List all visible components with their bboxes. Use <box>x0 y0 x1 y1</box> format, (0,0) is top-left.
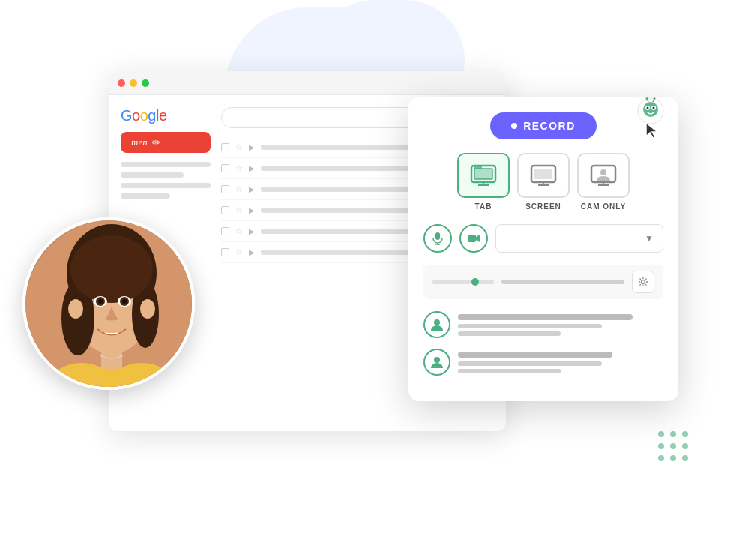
checkbox-1[interactable] <box>221 143 229 151</box>
dot-5 <box>670 443 676 449</box>
extension-popup: RECORD TAB <box>408 97 678 401</box>
user-info-1 <box>458 311 663 336</box>
mode-cam-only[interactable]: CAM ONLY <box>577 153 630 211</box>
tab-mode-label: TAB <box>475 202 492 211</box>
arrow-icon-1: ▶ <box>249 143 255 151</box>
mode-cam-icon-box <box>577 153 630 198</box>
checkbox-2[interactable] <box>221 164 229 172</box>
record-dot <box>511 123 517 129</box>
dot-1 <box>658 431 664 437</box>
cursor-svg <box>645 121 660 139</box>
browser-close-dot <box>118 79 125 87</box>
user-person-icon-2 <box>429 355 444 370</box>
svg-rect-14 <box>435 232 440 240</box>
svg-point-31 <box>98 299 103 304</box>
svg-point-40 <box>643 102 658 117</box>
browser-minimize-dot <box>130 79 137 87</box>
settings-gear-icon <box>638 277 648 287</box>
svg-rect-9 <box>534 169 552 179</box>
svg-point-27 <box>68 299 83 319</box>
svg-point-46 <box>646 97 648 100</box>
svg-point-28 <box>140 299 155 319</box>
star-icon-5: ☆ <box>235 226 243 236</box>
user-avatar-1 <box>423 311 450 338</box>
dot-7 <box>658 455 664 461</box>
svg-point-26 <box>70 235 153 303</box>
settings-button[interactable] <box>632 271 654 293</box>
mascot-svg <box>637 97 664 124</box>
tab-selector-row <box>423 265 663 299</box>
compose-button[interactable]: men ✏ <box>121 132 211 153</box>
checkbox-4[interactable] <box>221 206 229 214</box>
tab-progress-indicator <box>432 280 494 284</box>
checkbox-5[interactable] <box>221 227 229 235</box>
recording-mode-options: TAB SCREEN <box>423 153 663 211</box>
audio-controls-row: ▼ <box>423 224 663 253</box>
tab-monitor-icon <box>470 164 497 187</box>
dropdown-arrow-icon: ▼ <box>645 233 654 244</box>
arrow-icon-4: ▶ <box>249 206 255 214</box>
user-detail-bar-2a <box>458 361 602 366</box>
tab-bar <box>501 280 624 284</box>
user-row-2 <box>423 349 663 376</box>
user-person-icon-1 <box>429 317 444 332</box>
svg-point-43 <box>647 107 649 109</box>
arrow-icon-3: ▶ <box>249 185 255 193</box>
star-icon-4: ☆ <box>235 205 243 215</box>
user-avatar-2 <box>423 349 450 376</box>
cam-monitor-icon <box>590 164 617 187</box>
dot-8 <box>670 455 676 461</box>
svg-point-19 <box>434 319 440 325</box>
sidebar-line-4 <box>121 193 170 199</box>
browser-maximize-dot <box>142 79 149 87</box>
mode-tab[interactable]: TAB <box>457 153 510 211</box>
cam-only-mode-label: CAM ONLY <box>581 202 626 211</box>
dot-6 <box>682 443 688 449</box>
svg-rect-17 <box>468 235 476 242</box>
dot-4 <box>658 443 664 449</box>
person-photo-circle <box>22 217 195 390</box>
user-name-bar-2 <box>458 352 612 358</box>
mode-tab-icon-box <box>457 153 510 198</box>
svg-point-44 <box>653 107 655 109</box>
record-label: RECORD <box>523 120 576 132</box>
scene: Google men ✏ ☆ ▶ <box>0 0 742 560</box>
record-button[interactable]: RECORD <box>490 112 597 139</box>
sidebar-line-2 <box>121 172 184 178</box>
camera-icon <box>467 232 480 245</box>
camera-button[interactable] <box>459 224 488 253</box>
svg-point-48 <box>654 97 656 100</box>
user-detail-bar-1b <box>458 331 561 336</box>
sidebar-line-3 <box>121 183 211 188</box>
decorative-dots <box>658 431 690 463</box>
checkbox-3[interactable] <box>221 185 229 193</box>
checkbox-6[interactable] <box>221 248 229 256</box>
svg-point-18 <box>642 280 645 284</box>
browser-titlebar <box>109 71 506 95</box>
star-icon-1: ☆ <box>235 142 243 152</box>
user-row-1 <box>423 311 663 338</box>
audio-source-dropdown[interactable]: ▼ <box>495 224 663 253</box>
user-name-bar-1 <box>458 314 633 320</box>
compose-icon: ✏ <box>152 136 161 148</box>
svg-point-13 <box>600 169 606 175</box>
tab-active-dot <box>471 278 479 286</box>
dot-9 <box>682 455 688 461</box>
compose-label: men <box>131 136 148 148</box>
mouse-cursor <box>645 121 660 144</box>
arrow-icon-6: ▶ <box>249 248 255 256</box>
mode-screen-icon-box <box>517 153 570 198</box>
svg-rect-3 <box>474 169 492 179</box>
star-icon-3: ☆ <box>235 184 243 194</box>
user-detail-bar-2b <box>458 369 561 373</box>
dot-2 <box>670 431 676 437</box>
svg-rect-5 <box>474 166 482 169</box>
loom-mascot-icon <box>637 97 664 124</box>
microphone-icon <box>431 232 444 245</box>
dot-3 <box>682 431 688 437</box>
sidebar-line-1 <box>121 162 211 167</box>
mode-screen[interactable]: SCREEN <box>517 153 570 211</box>
user-detail-bar-1a <box>458 324 602 328</box>
microphone-button[interactable] <box>423 224 452 253</box>
star-icon-2: ☆ <box>235 163 243 173</box>
